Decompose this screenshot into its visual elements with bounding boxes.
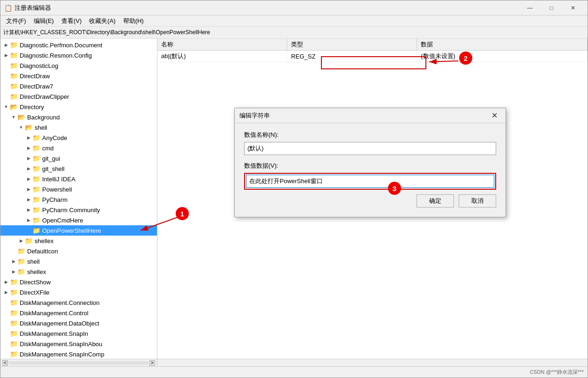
reg-name: ab|(默认) [157,51,287,62]
tree-item-background[interactable]: ▼ 📂 Background [0,112,157,122]
dialog-cancel-button[interactable]: 取消 [459,194,496,208]
tree-toggle: ▶ [10,269,17,274]
tree-item-diskmanagement-snapincomp[interactable]: 📁 DiskManagement.SnapInComp [0,349,157,359]
tree-item-powershell[interactable]: ▶ 📁 Powershell [0,184,157,194]
scroll-right-btn[interactable]: > [149,360,155,366]
tree-item-directdraw[interactable]: 📁 DirectDraw [0,71,157,81]
tree-item-defaulticon[interactable]: 📁 DefaultIcon [0,246,157,256]
tree-label: DiskManagement.Control [20,310,89,317]
folder-icon: 📁 [10,93,18,100]
hscrollbar[interactable]: < > [0,359,588,366]
minimize-button[interactable]: — [519,0,541,15]
tree-item-directshow[interactable]: ▶ 📁 DirectShow [0,277,157,287]
tree-item-shell[interactable]: ▼ 📂 shell [0,122,157,133]
tree-item-directxfile[interactable]: ▶ 📁 DirectXFile [0,287,157,297]
close-button[interactable]: ✕ [562,0,584,15]
window-controls: — □ ✕ [519,0,584,15]
tree-label: DirectShow [20,279,51,286]
tree-item-intellij[interactable]: ▶ 📁 IntelliJ IDEA [0,174,157,184]
tree-item-diskmanagement-dataobject[interactable]: 📁 DiskManagement.DataObject [0,318,157,328]
dialog-ok-button[interactable]: 确定 [417,194,454,208]
tree-item-diskmanagement-snapin[interactable]: 📁 DiskManagement.SnapIn [0,328,157,339]
tree-item-pycharm[interactable]: ▶ 📁 PyCharm [0,194,157,205]
col-data: 数据 [417,39,588,51]
tree-item-git-shell[interactable]: ▶ 📁 git_shell [0,163,157,174]
tree-item-shellex2[interactable]: ▶ 📁 shellex [0,267,157,277]
maximize-button[interactable]: □ [541,0,562,15]
tree-item-diagnosticlog[interactable]: 📁 DiagnosticLog [0,60,157,71]
tree-item-diskmanagement-control[interactable]: 📁 DiskManagement.Control [0,308,157,318]
tree-label: OpenCmdHere [42,217,83,224]
table-row[interactable]: ab|(默认) REG_SZ (数值未设置) [157,51,588,62]
tree-label: DiskManagement.SnapInComp [20,351,104,358]
tree-label: PyCharm Community [42,207,100,214]
folder-icon: 📁 [10,299,18,306]
tree-item-openpowershellhere[interactable]: 📁 OpenPowerShellHere [0,225,157,236]
tree-label: shell [35,124,47,131]
tree-item-pycharm-community[interactable]: ▶ 📁 PyCharm Community [0,205,157,215]
folder-icon: 📁 [10,278,18,286]
tree-item-directory[interactable]: ▼ 📂 Directory [0,102,157,112]
menu-file[interactable]: 文件(F) [2,16,30,26]
tree-toggle: ▼ [2,104,10,109]
menubar: 文件(F) 编辑(E) 查看(V) 收藏夹(A) 帮助(H) [0,15,588,27]
app-icon: 📋 [4,4,12,12]
window-title: 注册表编辑器 [15,4,519,12]
tree-item-opencmdhere[interactable]: ▶ 📁 OpenCmdHere [0,215,157,225]
tree-toggle: ▼ [10,115,17,119]
folder-icon: 📁 [10,62,18,69]
tree-label: DirectDraw7 [20,83,53,90]
hscroll-track [9,361,149,365]
menu-help[interactable]: 帮助(H) [119,16,148,26]
tree-toggle: ▶ [2,280,10,284]
dialog-data-label-row: 数值数据(V): [244,162,496,170]
tree-item-directdrawclipper[interactable]: 📁 DirectDrawClipper [0,91,157,102]
tree-item-directdraw7[interactable]: 📁 DirectDraw7 [0,81,157,91]
folder-icon: 📁 [32,227,41,234]
menu-view[interactable]: 查看(V) [58,16,85,26]
tree-item-diskmanagement-connection[interactable]: 📁 DiskManagement.Connection [0,297,157,308]
tree-item-git-gui[interactable]: ▶ 📁 git_gui [0,153,157,163]
folder-icon: 📁 [17,247,26,255]
tree-toggle: ▶ [2,43,10,47]
tree-toggle: ▶ [2,53,10,58]
folder-icon: 📁 [10,319,18,327]
tree-item-diagnostic-resmon[interactable]: ▶ 📁 Diagnostic.Resmon.Config [0,50,157,60]
tree-item-cmd[interactable]: ▶ 📁 cmd [0,143,157,153]
folder-icon: 📁 [10,41,18,49]
edit-string-dialog[interactable]: 编辑字符串 ✕ 数值名称(N): 数值数据(V): 确定 取消 [234,108,506,217]
folder-icon: 📁 [10,72,18,80]
folder-icon: 📁 [10,350,18,358]
dialog-close-button[interactable]: ✕ [488,110,501,121]
tree-toggle: ▼ [17,125,25,130]
hscroll-left: < > [0,359,157,366]
tree-label: DiagnosticLog [20,62,58,69]
tree-label: Directory [20,104,44,111]
tree-label: Powershell [42,186,72,193]
menu-edit[interactable]: 编辑(E) [30,16,58,26]
folder-icon: 📁 [32,165,41,172]
tree-item-shell2[interactable]: ▶ 📁 shell [0,256,157,267]
folder-icon: 📁 [25,237,33,245]
tree-item-diagnostic-perfmon[interactable]: ▶ 📁 Diagnostic.Perfmon.Document [0,40,157,50]
tree-item-diskmanagement-snapinabou[interactable]: 📁 DiskManagement.SnapInAbou [0,339,157,349]
tree-label: Diagnostic.Resmon.Config [20,52,92,59]
folder-icon: 📁 [32,216,41,224]
registry-table: 名称 类型 数据 ab|(默认) REG_SZ (数值未设置) [157,39,588,62]
folder-icon: 📂 [17,113,26,121]
tree-item-shellex[interactable]: ▶ 📁 shellex [0,236,157,246]
tree-pane[interactable]: ▶ 📁 Diagnostic.Perfmon.Document ▶ 📁 Diag… [0,39,157,359]
dialog-data-input-wrapper [244,173,496,190]
dialog-name-input[interactable] [244,142,496,155]
dialog-data-input[interactable] [246,175,494,188]
titlebar: 📋 注册表编辑器 — □ ✕ [0,0,588,15]
dialog-body: 数值名称(N): 数值数据(V): 确定 取消 [235,123,506,217]
dialog-buttons: 确定 取消 [244,194,496,208]
folder-icon: 📁 [32,185,41,193]
tree-toggle: ▶ [25,177,32,181]
tree-toggle: ▶ [17,238,25,243]
menu-favorites[interactable]: 收藏夹(A) [85,16,119,26]
tree-item-anycode[interactable]: ▶ 📁 AnyCode [0,133,157,143]
scroll-left-btn[interactable]: < [2,360,8,366]
folder-icon: 📂 [10,103,18,111]
